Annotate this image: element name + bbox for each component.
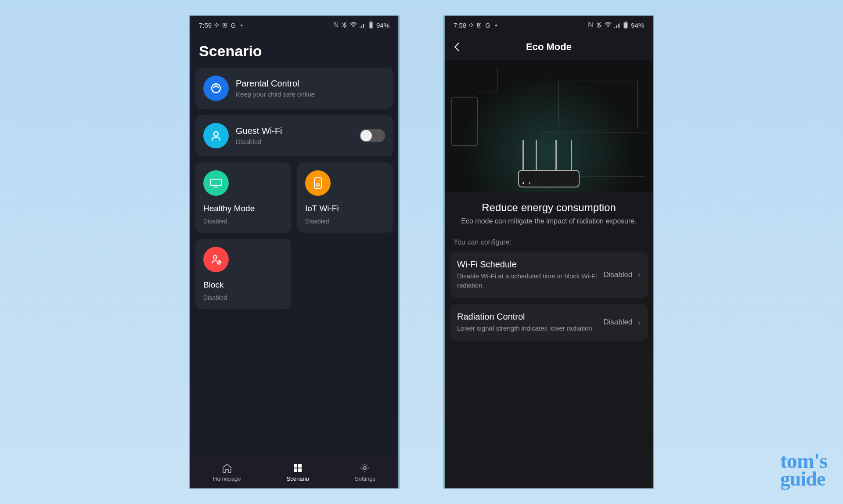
wifi-icon xyxy=(350,22,357,29)
healthy-mode-icon xyxy=(203,170,229,196)
guest-wifi-subtitle: Disabled xyxy=(236,138,353,145)
parental-control-subtitle: Keep your child safe online xyxy=(236,90,385,98)
status-google-icon: G xyxy=(230,22,237,29)
settings-icon xyxy=(359,462,371,474)
iot-wifi-title: IoT Wi-Fi xyxy=(305,204,385,213)
svg-point-9 xyxy=(316,180,317,180)
nfc-icon: ℕ xyxy=(332,22,339,29)
status-google-icon: G xyxy=(484,22,491,29)
svg-point-4 xyxy=(215,85,217,87)
guest-wifi-title: Guest Wi-Fi xyxy=(236,126,353,136)
battery-percent: 94% xyxy=(376,22,389,29)
block-subtitle: Disabled xyxy=(203,294,283,301)
back-button[interactable] xyxy=(454,42,460,52)
svg-point-5 xyxy=(214,132,218,136)
wifi-icon xyxy=(605,22,612,29)
parental-control-title: Parental Control xyxy=(236,79,385,89)
wifi-schedule-title: Wi-Fi Schedule xyxy=(457,259,598,270)
status-dot-icon: • xyxy=(493,22,500,29)
wifi-schedule-card[interactable]: Wi-Fi Schedule Disable Wi-Fi at a schedu… xyxy=(450,252,648,298)
status-dot-icon: • xyxy=(238,22,245,29)
eco-hero-illustration xyxy=(445,60,653,192)
block-card[interactable]: Block Disabled xyxy=(195,239,291,309)
nav-settings[interactable]: Settings xyxy=(355,462,375,482)
eco-heading: Reduce energy consumption xyxy=(445,192,653,217)
nav-scenario-label: Scenario xyxy=(287,475,309,482)
nfc-icon: ℕ xyxy=(587,22,594,29)
signal-icon xyxy=(613,22,620,29)
signal-icon xyxy=(359,22,366,29)
wifi-schedule-desc: Disable Wi-Fi at a scheduled time to blo… xyxy=(457,271,598,290)
healthy-mode-title: Healthy Mode xyxy=(203,204,283,213)
iot-wifi-card[interactable]: IoT Wi-Fi Disabled xyxy=(297,162,393,233)
parental-control-icon xyxy=(203,76,229,101)
block-icon xyxy=(203,247,229,272)
guest-wifi-card[interactable]: Guest Wi-Fi Disabled xyxy=(195,115,393,156)
svg-rect-16 xyxy=(298,468,302,472)
chevron-right-icon: › xyxy=(638,317,641,328)
svg-point-10 xyxy=(319,180,320,180)
header-bar: Eco Mode xyxy=(445,34,653,60)
svg-rect-13 xyxy=(294,464,297,468)
bottom-nav: Homepage Scenario Settings xyxy=(190,456,398,488)
screenshot-scenario: 7:59 ፨ ⛨ G • ℕ 94% Scenario xyxy=(189,15,400,489)
chevron-right-icon: › xyxy=(638,270,641,280)
status-shield-icon: ⛨ xyxy=(221,22,228,29)
iot-wifi-icon xyxy=(305,170,331,196)
battery-icon xyxy=(367,22,375,29)
nav-settings-label: Settings xyxy=(355,475,375,482)
status-indicator-icon: ፨ xyxy=(213,22,220,29)
iot-wifi-subtitle: Disabled xyxy=(305,218,385,225)
radiation-control-status: Disabled xyxy=(603,318,632,327)
status-time: 7:58 xyxy=(454,22,466,29)
status-indicator-icon: ፨ xyxy=(468,22,475,29)
bluetooth-icon xyxy=(596,22,603,29)
header-title: Eco Mode xyxy=(526,41,572,53)
bluetooth-icon xyxy=(341,22,348,29)
block-title: Block xyxy=(203,280,283,290)
svg-point-11 xyxy=(213,256,217,259)
page-title: Scenario xyxy=(190,34,398,68)
healthy-mode-card[interactable]: Healthy Mode Disabled xyxy=(195,162,291,233)
status-bar: 7:59 ፨ ⛨ G • ℕ 94% xyxy=(190,16,398,34)
svg-point-8 xyxy=(317,184,319,186)
radiation-control-title: Radiation Control xyxy=(457,312,598,322)
svg-rect-1 xyxy=(370,22,372,22)
svg-rect-14 xyxy=(298,464,302,468)
wifi-schedule-status: Disabled xyxy=(603,270,632,279)
battery-icon xyxy=(622,22,629,29)
eco-subtitle: Eco mode can mitigate the impact of radi… xyxy=(445,217,653,238)
status-time: 7:59 xyxy=(199,22,212,29)
guest-wifi-toggle[interactable] xyxy=(360,129,385,142)
toms-guide-watermark: tom's guide xyxy=(780,452,827,487)
nav-homepage[interactable]: Homepage xyxy=(213,462,241,482)
configure-label: You can configure: xyxy=(445,238,653,252)
radiation-control-card[interactable]: Radiation Control Lower signal strength … xyxy=(450,304,648,341)
svg-rect-19 xyxy=(625,22,627,22)
screenshot-eco-mode: 7:58 ፨ ⛨ G • ℕ 94% Eco Mode xyxy=(443,15,654,489)
svg-point-17 xyxy=(364,467,366,469)
svg-rect-20 xyxy=(624,23,627,28)
healthy-mode-subtitle: Disabled xyxy=(203,218,283,225)
status-shield-icon: ⛨ xyxy=(476,22,483,29)
watermark-line2: guide xyxy=(780,470,827,487)
nav-scenario[interactable]: Scenario xyxy=(287,462,309,482)
guest-wifi-icon xyxy=(203,123,229,148)
scenario-icon xyxy=(292,462,303,474)
svg-rect-2 xyxy=(370,23,372,28)
radiation-control-desc: Lower signal strength indicates lower ra… xyxy=(457,324,598,333)
parental-control-card[interactable]: Parental Control Keep your child safe on… xyxy=(195,68,393,109)
status-bar: 7:58 ፨ ⛨ G • ℕ 94% xyxy=(445,16,653,34)
svg-rect-15 xyxy=(294,468,297,472)
home-icon xyxy=(221,462,233,474)
svg-rect-6 xyxy=(211,179,221,186)
nav-homepage-label: Homepage xyxy=(213,475,241,482)
battery-percent: 94% xyxy=(631,22,644,29)
